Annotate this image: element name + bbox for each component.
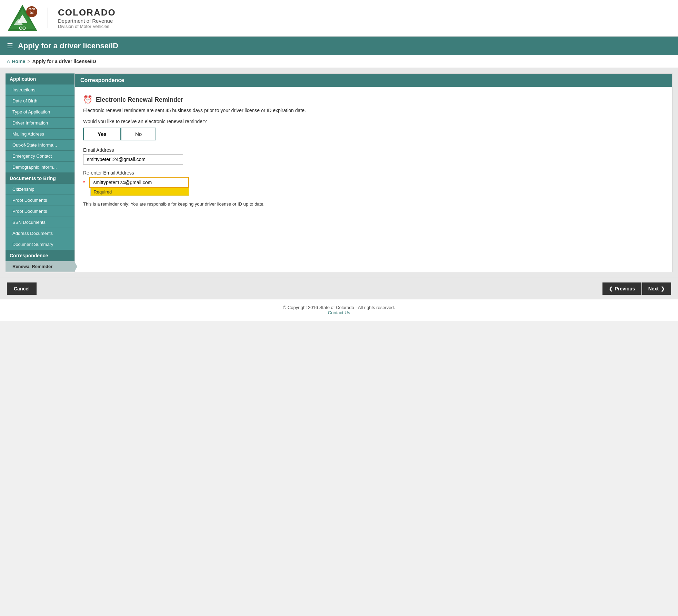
breadcrumb: ⌂ Home > Apply for a driver license/ID <box>0 55 678 68</box>
previous-label: Previous <box>615 286 635 291</box>
section-title: ⏰ Electronic Renewal Reminder <box>83 95 664 104</box>
reminder-note: This is a reminder only: You are respons… <box>83 201 664 207</box>
sidebar-item-mailing[interactable]: Mailing Address <box>6 129 74 140</box>
sidebar-item-proof2[interactable]: Proof Documents <box>6 206 74 217</box>
svg-text:🏛: 🏛 <box>30 10 34 14</box>
question-text: Would you like to receive an electronic … <box>83 119 664 124</box>
cancel-button[interactable]: Cancel <box>7 282 37 295</box>
email-group: Email Address <box>83 147 664 165</box>
email-label: Email Address <box>83 147 664 153</box>
svg-text:CDOR: CDOR <box>28 8 35 10</box>
footer-bar: Cancel ❮ Previous Next ❯ <box>0 278 678 299</box>
sidebar-item-renewal[interactable]: Renewal Reminder <box>6 261 74 272</box>
sidebar-item-demographic[interactable]: Demographic Inform... <box>6 162 74 173</box>
content-panel: Correspondence ⏰ Electronic Renewal Remi… <box>74 73 672 272</box>
next-button[interactable]: Next ❯ <box>642 282 671 295</box>
logo-svg: CO CDOR 🏛 <box>7 4 38 32</box>
logo-badge: CO CDOR 🏛 <box>7 4 38 32</box>
sidebar-item-proof1[interactable]: Proof Documents <box>6 195 74 206</box>
logo-area: CO CDOR 🏛 COLORADO Department of Revenue… <box>7 4 116 32</box>
main-layout: Application Instructions Date of Birth T… <box>0 68 678 278</box>
previous-button[interactable]: ❮ Previous <box>602 282 641 295</box>
sidebar-item-citizenship[interactable]: Citizenship <box>6 184 74 195</box>
nav-button-group: ❮ Previous Next ❯ <box>602 282 671 295</box>
sidebar-group-application: Application <box>6 73 74 85</box>
copyright-text: © Copyright 2016 State of Colorado - All… <box>6 305 672 310</box>
re-enter-input[interactable] <box>89 177 189 188</box>
sidebar-group-documents: Documents to Bring <box>6 173 74 184</box>
page-footer: © Copyright 2016 State of Colorado - All… <box>0 299 678 321</box>
nav-title: Apply for a driver license/ID <box>18 41 118 50</box>
svg-text:CO: CO <box>19 26 26 31</box>
sidebar: Application Instructions Date of Birth T… <box>6 73 74 272</box>
section-title-text: Electronic Renewal Reminder <box>96 96 183 103</box>
header-divider <box>48 8 48 28</box>
site-header: CO CDOR 🏛 COLORADO Department of Revenue… <box>0 0 678 37</box>
next-icon: ❯ <box>661 286 665 291</box>
content-header: Correspondence <box>75 74 672 87</box>
prev-icon: ❮ <box>609 286 613 291</box>
header-department: Department of Revenue <box>58 18 116 24</box>
breadcrumb-current: Apply for a driver license/ID <box>32 59 96 64</box>
breadcrumb-separator: > <box>27 59 30 64</box>
tooltip-area: Required <box>89 177 189 196</box>
sidebar-item-instructions[interactable]: Instructions <box>6 85 74 96</box>
re-enter-group: Re-enter Email Address * Required <box>83 170 664 196</box>
header-division: Division of Motor Vehicles <box>58 24 116 29</box>
home-icon: ⌂ <box>7 59 10 64</box>
sidebar-item-dob[interactable]: Date of Birth <box>6 96 74 107</box>
next-label: Next <box>648 286 659 291</box>
sidebar-item-address-docs[interactable]: Address Documents <box>6 228 74 239</box>
yes-no-group: Yes No <box>83 128 664 140</box>
sidebar-item-doc-summary[interactable]: Document Summary <box>6 239 74 250</box>
sidebar-group-correspondence: Correspondence <box>6 250 74 261</box>
sidebar-item-out-of-state[interactable]: Out-of-State Informa... <box>6 140 74 151</box>
hamburger-icon[interactable]: ☰ <box>7 42 13 50</box>
re-enter-label: Re-enter Email Address <box>83 170 664 176</box>
sidebar-item-driver-info[interactable]: Driver Information <box>6 118 74 129</box>
re-enter-row: * Required <box>83 177 664 196</box>
sidebar-item-type[interactable]: Type of Application <box>6 107 74 118</box>
header-title-area: COLORADO Department of Revenue Division … <box>58 7 116 29</box>
alarm-icon: ⏰ <box>83 95 92 104</box>
contact-link[interactable]: Contact Us <box>328 310 350 315</box>
yes-button[interactable]: Yes <box>83 128 121 140</box>
breadcrumb-home-link[interactable]: Home <box>12 59 25 64</box>
no-button[interactable]: No <box>121 128 156 140</box>
sidebar-item-emergency[interactable]: Emergency Contact <box>6 151 74 162</box>
content-body: ⏰ Electronic Renewal Reminder Electronic… <box>75 87 672 215</box>
description-text: Electronic renewal reminders are sent 45… <box>83 108 664 113</box>
required-star: * <box>83 180 85 185</box>
sidebar-item-ssn[interactable]: SSN Documents <box>6 217 74 228</box>
header-state: COLORADO <box>58 7 116 18</box>
nav-bar: ☰ Apply for a driver license/ID <box>0 37 678 55</box>
required-badge: Required <box>90 188 189 196</box>
email-input[interactable] <box>83 154 183 165</box>
